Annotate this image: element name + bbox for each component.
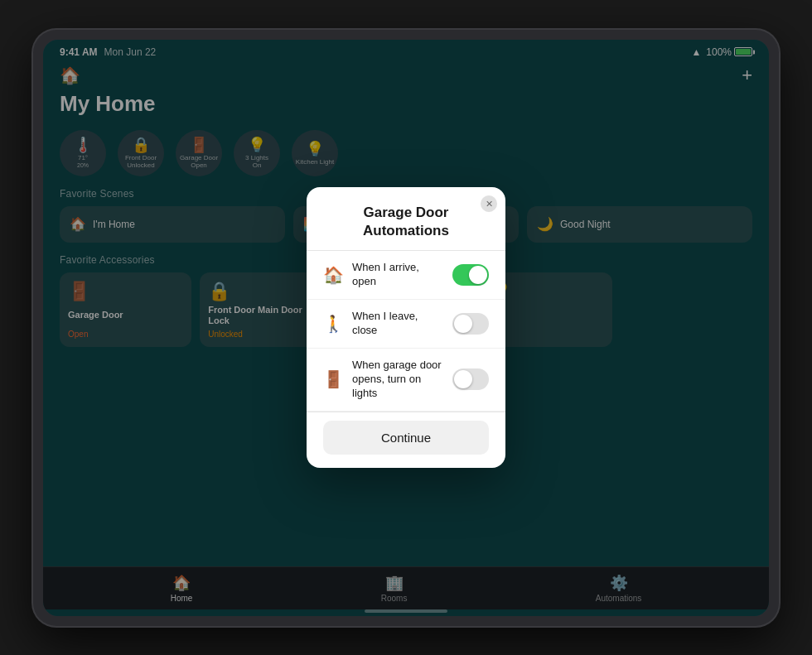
leave-toggle[interactable]: [452, 313, 489, 335]
arrive-toggle-knob: [469, 266, 487, 284]
arrive-icon: 🏠: [323, 265, 344, 285]
ipad-screen: 9:41 AM Mon Jun 22 ▲ 100% 🏠 + My Home: [43, 40, 769, 616]
automation-item-leave: 🚶 When I leave, close: [307, 300, 505, 349]
modal-title: Garage Door Automations: [326, 204, 486, 240]
continue-button[interactable]: Continue: [323, 421, 489, 455]
leave-icon: 🚶: [323, 314, 344, 334]
continue-btn-wrap: Continue: [307, 412, 505, 468]
leave-toggle-knob: [454, 315, 472, 333]
arrive-label: When I arrive, open: [352, 261, 444, 289]
close-icon: ✕: [486, 199, 493, 210]
garage-open-toggle-knob: [454, 370, 472, 388]
arrive-toggle[interactable]: [452, 264, 489, 286]
garage-open-icon: 🚪: [323, 369, 344, 389]
garage-open-toggle[interactable]: [452, 368, 489, 390]
modal-close-button[interactable]: ✕: [481, 195, 497, 212]
modal-overlay[interactable]: ✕ Garage Door Automations 🏠 When I arriv…: [43, 40, 769, 616]
garage-open-label: When garage door opens, turn on lights: [352, 359, 444, 401]
automation-item-garage-open: 🚪 When garage door opens, turn on lights: [307, 349, 505, 412]
modal-header: ✕ Garage Door Automations: [307, 187, 505, 250]
modal-dialog: ✕ Garage Door Automations 🏠 When I arriv…: [307, 187, 505, 467]
leave-label: When I leave, close: [352, 310, 444, 338]
ipad-frame: 9:41 AM Mon Jun 22 ▲ 100% 🏠 + My Home: [33, 30, 779, 626]
automation-item-arrive: 🏠 When I arrive, open: [307, 251, 505, 300]
